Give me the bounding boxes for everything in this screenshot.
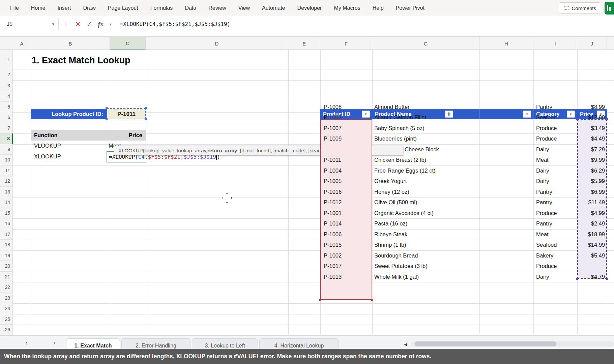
category-cell[interactable]: Seafood (536, 112, 575, 123)
product-id-cell[interactable]: P-1001 (324, 208, 370, 219)
product-id-cell[interactable]: P-1012 (324, 197, 370, 208)
row-header-10[interactable]: 10 (0, 155, 13, 165)
ribbon-tab-data[interactable]: Data (185, 5, 196, 11)
function-header-cell[interactable]: Function (31, 130, 107, 141)
row-header-11[interactable]: 11 (0, 165, 13, 176)
price-cell[interactable] (577, 261, 605, 272)
category-cell[interactable]: Pantry (536, 187, 575, 198)
category-cell[interactable]: Pantry (536, 197, 575, 208)
ribbon-tab-automate[interactable]: Automate (262, 5, 285, 11)
xlookup-label-cell[interactable]: XLOOKUP (34, 151, 61, 162)
price-cell[interactable]: $4.49 (577, 133, 605, 144)
ribbon-tab-review[interactable]: Review (208, 5, 226, 11)
row-header-26[interactable]: 26 (0, 325, 13, 335)
enter-icon[interactable]: ✓ (84, 20, 95, 28)
price-cell[interactable]: $4.79 (577, 272, 605, 282)
product-id-cell[interactable]: P-1005 (324, 176, 370, 187)
row-header-2[interactable]: 2 (0, 69, 13, 80)
row-header-4[interactable]: 4 (0, 91, 13, 102)
product-name-cell[interactable]: Whole Milk (1 gal) (374, 272, 475, 282)
product-name-cell[interactable]: Chicken Breast (2 lb) (374, 155, 475, 165)
product-name-cell[interactable]: Ribeye Steak (374, 229, 475, 240)
column-header-I[interactable]: I (533, 37, 577, 50)
hscroll-left-icon[interactable]: ◀ (404, 342, 407, 347)
price-cell[interactable]: $6.99 (577, 187, 605, 198)
price-header-cell[interactable]: Price (107, 130, 146, 141)
row-header-17[interactable]: 17 (0, 229, 13, 240)
column-header-D[interactable]: D (146, 37, 288, 50)
row-header-14[interactable]: 14 (0, 197, 13, 208)
category-cell[interactable]: Produce (536, 208, 575, 219)
category-cell[interactable]: Seafood (536, 240, 575, 250)
row-header-21[interactable]: 21 (0, 272, 13, 282)
product-name-cell[interactable]: Greek Yogurt (374, 176, 475, 187)
product-id-cell[interactable]: P-1011 (324, 155, 370, 165)
product-id-cell[interactable]: P-1003 (324, 112, 370, 123)
price-cell[interactable]: $2.49 (577, 218, 605, 229)
column-header-F[interactable]: F (320, 37, 372, 50)
row-header-1[interactable]: 1 (0, 50, 13, 69)
share-button-partial[interactable] (605, 2, 614, 14)
product-id-cell[interactable]: P-1009 (324, 133, 370, 144)
row-header-12[interactable]: 12 (0, 176, 13, 187)
category-cell[interactable]: Pantry (536, 218, 575, 229)
product-id-cell[interactable]: P-1016 (324, 187, 370, 198)
name-box-chevron-icon[interactable]: ▾ (52, 22, 58, 27)
ribbon-tab-draw[interactable]: Draw (83, 5, 95, 11)
row-header-15[interactable]: 15 (0, 208, 13, 219)
ribbon-tab-page-layout[interactable]: Page Layout (108, 5, 138, 11)
category-cell[interactable]: Dairy (536, 144, 575, 155)
price-cell[interactable]: $6.29 (577, 165, 605, 176)
insert-function-icon[interactable]: fx (95, 21, 107, 28)
product-name-cell[interactable]: Pasta (16 oz) (374, 218, 475, 229)
category-cell[interactable]: Dairy (536, 176, 575, 187)
cancel-icon[interactable]: ✕ (72, 20, 84, 28)
formula-bar-drag-handle[interactable]: ⋮ (59, 21, 72, 27)
price-cell[interactable]: $8.99 (577, 102, 605, 113)
product-name-cell[interactable]: Almond Butter (374, 102, 475, 113)
price-cell[interactable]: $7.29 (577, 144, 605, 155)
category-cell[interactable]: Dairy (536, 165, 575, 176)
category-cell[interactable]: Produce (536, 123, 575, 134)
price-cell[interactable]: $11.49 (577, 197, 605, 208)
ribbon-tab-my-macros[interactable]: My Macros (334, 5, 360, 11)
row-header-20[interactable]: 20 (0, 261, 13, 272)
product-name-cell[interactable]: Sourdough Bread (374, 250, 475, 261)
price-cell[interactable]: $18.99 (577, 229, 605, 240)
name-box[interactable]: J5 ▾ (2, 18, 59, 30)
lookup-label-cell[interactable]: Lookup Product ID: (31, 109, 107, 119)
product-name-cell[interactable]: Honey (12 oz) (374, 187, 475, 198)
product-name-cell[interactable]: Organic Avocados (4 ct) (374, 208, 475, 219)
formula-input[interactable]: =XLOOKUP(C4,$F$5:$F$21,$J$5:$J$19) (120, 21, 231, 27)
function-chevron-icon[interactable]: ▾ (107, 22, 115, 27)
column-header-E[interactable]: E (288, 37, 320, 50)
row-header-5[interactable]: 5 (0, 102, 13, 113)
column-header-J[interactable]: J (577, 37, 607, 50)
row-header-13[interactable]: 13 (0, 187, 13, 198)
row-header-7[interactable]: 7 (0, 123, 13, 134)
column-header-C[interactable]: C (110, 37, 146, 50)
column-header-B[interactable]: B (31, 37, 110, 50)
product-id-cell[interactable]: P-1008 (324, 102, 370, 113)
price-cell[interactable]: $14.99 (577, 240, 605, 250)
column-header-A[interactable]: A (13, 37, 31, 50)
row-header-16[interactable]: 16 (0, 218, 13, 229)
row-header-19[interactable]: 19 (0, 250, 13, 261)
category-cell[interactable]: Bakery (536, 250, 575, 261)
product-name-cell[interactable]: Sweet Potatoes (3 lb) (374, 261, 475, 272)
product-id-cell[interactable]: P-1013 (324, 272, 370, 282)
category-cell[interactable]: Produce (536, 261, 575, 272)
row-header-22[interactable]: 22 (0, 282, 13, 293)
ribbon-tab-file[interactable]: File (10, 5, 19, 11)
ribbon-tab-home[interactable]: Home (31, 5, 46, 11)
category-cell[interactable]: Produce (536, 133, 575, 144)
price-cell[interactable]: $5.99 (577, 176, 605, 187)
product-id-cell[interactable]: P-1006 (324, 229, 370, 240)
row-header-24[interactable]: 24 (0, 303, 13, 314)
product-name-cell[interactable]: Cheese Block (405, 144, 475, 155)
row-header-9[interactable]: 9 (0, 144, 13, 155)
product-name-cell[interactable]: Free-Range Eggs (12 ct) (374, 165, 475, 176)
column-header-H[interactable]: H (479, 37, 533, 50)
row-header-18[interactable]: 18 (0, 240, 13, 250)
product-name-cell[interactable]: Baby Spinach (5 oz) (374, 123, 475, 134)
